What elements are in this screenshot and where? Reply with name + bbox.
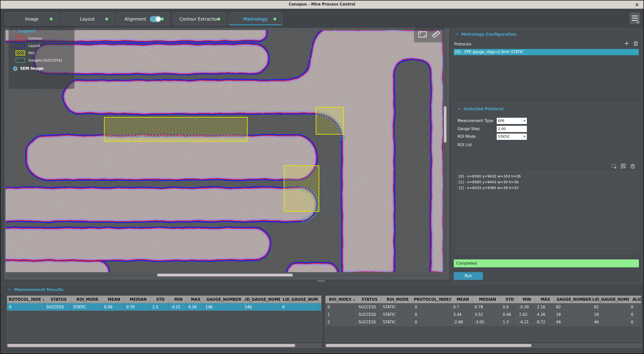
select-value: EPE [498,119,504,123]
viewer-toolbar [414,26,445,42]
table-cell: 18 [554,311,592,318]
table-header-cell[interactable]: GAUGE_NUMBER [554,296,592,303]
table-header-cell[interactable]: ROI_MODE [381,296,413,303]
ruler-icon[interactable] [431,30,441,39]
gauge-step-field: Gauge Step 2.00 [457,126,527,132]
left-table-scrollbar[interactable] [7,343,322,348]
tab-image[interactable]: Image [5,13,59,25]
titlebar: Canopus - Mira Process Control × [1,1,643,9]
protocol-list-item-selected[interactable]: [0] - EPE gauge_step=2.0nm STATIC [454,49,639,55]
roi-list-item[interactable]: [2] - x=8533 y=9365 w=39 h=52 [459,185,636,191]
table-row[interactable]: 0SUCCESSSTATIC00.70.780.6-0.392.1682820 [326,303,641,311]
table-header-cell[interactable]: ALID [629,296,641,303]
tab-metrology[interactable]: Metrology [228,13,283,25]
legend-item-contour: Contour [16,36,74,41]
table-header-cell[interactable]: .ID_GAUGE_NUME [243,296,280,303]
delete-protocol-trash-icon[interactable] [632,40,639,47]
table-header-cell[interactable]: MEAN [102,296,124,303]
roi-mode-select[interactable]: STATIC ▼ [497,134,527,140]
table-header-cell[interactable]: STD [150,296,169,303]
add-protocol-plus-icon[interactable] [623,40,630,47]
tab-label: Layout [80,17,95,22]
panel-splitter-handle[interactable] [318,280,325,282]
add-roi-icon[interactable] [611,163,618,170]
measurement-type-select[interactable]: EPE ▼ [497,118,527,124]
table-cell: 2.5 [150,303,169,311]
gauge-step-input[interactable]: 2.00 [497,126,527,132]
scrollbar-thumb[interactable] [326,344,531,347]
table-header-cell[interactable]: ROI_MODE [71,296,102,303]
roi-list-item[interactable]: [0] - x=8390 y=9432 w=163 h=26 [459,173,636,179]
measurement-results-header[interactable]: Measurement Results [8,287,63,292]
legend-item-roi: ROI [16,50,74,55]
table-cell: 46 [554,318,592,326]
table-header-cell[interactable]: MIN [517,296,535,303]
scrollbar-thumb[interactable] [157,274,293,276]
scrollbar-thumb[interactable] [444,106,446,143]
app-window: Canopus - Mira Process Control × Image L… [1,1,643,353]
tab-bar: Image Layout Alignment Contour Extractio… [1,9,643,27]
table-cell: SUCCESS [356,311,381,318]
table-header-cell[interactable]: GAUGE_NUMBER [203,296,243,303]
tab-layout[interactable]: Layout [60,13,114,25]
table-cell: -3.05 [473,318,501,326]
hamburger-menu-icon[interactable] [630,13,640,24]
table-cell: 3.52 [473,311,501,318]
metrology-configuration-header[interactable]: Metrology Configuration [455,32,517,37]
menu-caret-icon [637,22,639,23]
table-row[interactable]: 0SUCCESSSTATIC0.490.782.5-4.214.26146146… [7,303,321,311]
table-cell: 0 [326,303,356,311]
table-header-cell[interactable]: MAX [535,296,554,303]
table-header-cell[interactable]: MIN [169,296,186,303]
table-row[interactable]: 2SUCCESSSTATIC0-2.68-3.051.3-4.210.72464… [326,318,641,326]
tab-contour-extraction[interactable]: Contour Extraction [172,13,226,25]
field-label: Gauge Step [457,127,497,131]
measurement-results-section: Measurement Results ROTOCOL_INDE▲STATUSR… [1,284,643,351]
protocol-results-table[interactable]: ROTOCOL_INDE▲STATUSROI_MODEMEANMEDIANSTD… [7,296,321,341]
table-cell: 0.6 [501,303,517,311]
table-header-cell[interactable]: MEAN [451,296,473,303]
table-header-cell[interactable]: MAX [186,296,203,303]
table-header-cell[interactable]: PROTOCOL_INDEX [413,296,451,303]
table-row[interactable]: 1SUCCESSSTATIC03.443.520.462.624.2618180 [326,311,641,318]
table-cell: 46 [592,318,629,326]
scrollbar-thumb[interactable] [7,344,295,347]
roi-results-table[interactable]: ROI_INDEX▲STATUSROI_MODEPROTOCOL_INDEXME… [325,296,641,341]
table-header-cell[interactable]: MEDIAN [124,296,150,303]
sort-ascending-icon: ▲ [353,298,355,301]
table-header-cell[interactable]: STD [501,296,517,303]
status-dot-green [217,18,220,20]
measurement-type-field: Measurement Type EPE ▼ [457,117,527,124]
table-header-cell[interactable]: ROTOCOL_INDE▲ [7,296,44,303]
table-cell: 0.78 [473,303,501,311]
status-dot-green [273,18,276,20]
delete-roi-trash-icon[interactable] [629,163,636,170]
tab-alignment[interactable]: Alignment [116,13,170,25]
roi-list-item[interactable]: [1] - x=8565 y=9443 w=30 h=30 [459,179,636,185]
table-cell: 3.44 [451,311,473,318]
legend-item-layout: Layout [16,43,74,48]
add-multi-roi-icon[interactable] [620,163,627,170]
roi-list[interactable]: [0] - x=8390 y=9432 w=163 h=26 [1] - x=8… [456,172,636,250]
table-cell: 0 [413,303,451,311]
selected-protocol-header[interactable]: Selected Protocol [457,106,503,111]
table-header-cell[interactable]: MEDIAN [473,296,501,303]
legend-item-gauges: Gauges [SUCCESS] [16,58,74,63]
right-table-scrollbar[interactable] [325,343,642,348]
table-header-cell[interactable]: A [318,296,321,303]
legend-header[interactable]: Legend [13,29,74,33]
table-header-cell[interactable]: STATUS [356,296,381,303]
table-cell: 2.62 [517,311,535,318]
table-cell: 0 [629,318,641,326]
table-header-cell[interactable]: LID_GAUGE_NUM [280,296,318,303]
alignment-toggle[interactable] [150,16,161,22]
table-header-cell[interactable]: ROI_INDEX▲ [326,296,356,303]
table-header-cell[interactable]: LID_GAUGE_NUMB [592,296,629,303]
fit-view-icon[interactable] [418,30,427,39]
table-header-cell[interactable]: STATUS [44,296,71,303]
run-button[interactable]: Run [454,272,483,280]
sem-image-radio-row[interactable]: SEM Image [13,66,74,71]
viewer-horizontal-scrollbar[interactable] [6,273,443,277]
viewer-vertical-scrollbar[interactable] [443,30,447,273]
close-icon[interactable]: × [634,2,640,8]
